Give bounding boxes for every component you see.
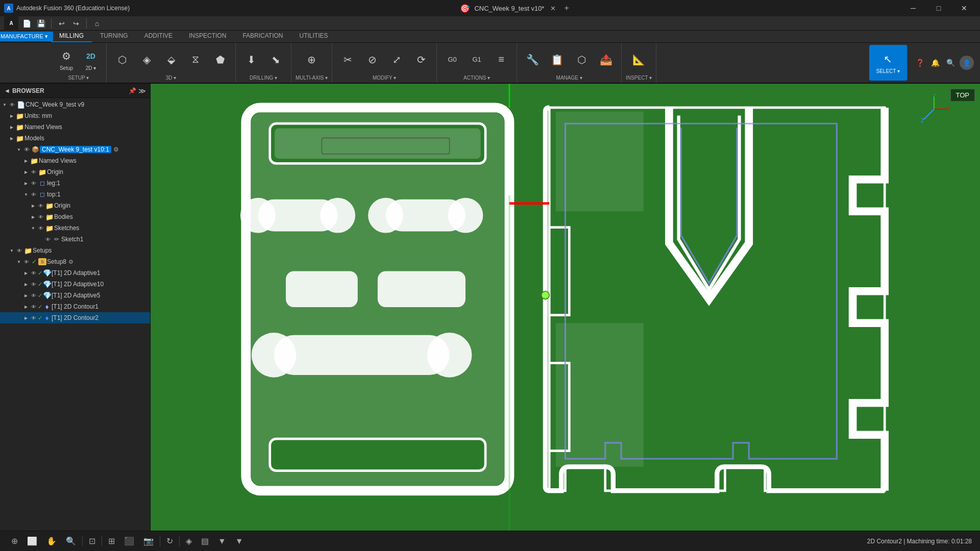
tree-item-leg1[interactable]: 👁 ◻ leg:1 [0,178,150,189]
viewport[interactable]: TOP Y X Z [151,84,980,531]
minimize-button[interactable]: ─ [901,0,925,16]
vis-bodies[interactable]: 👁 [37,213,45,221]
tree-item-adaptive10[interactable]: 👁 ✓ 💎 [T1] 2D Adaptive10 [0,279,150,290]
vis-origin[interactable]: 👁 [30,168,38,176]
app-menu-button[interactable]: A [4,16,18,31]
vp-camera[interactable]: 📷 [140,535,157,547]
tab-utilities[interactable]: UTILITIES [291,30,336,42]
3d-btn2[interactable]: ◈ [135,49,158,70]
vp-zoom-fit[interactable]: ⊡ [86,535,99,547]
manage-btn1[interactable]: 🔧 [521,49,544,70]
notification-icon[interactable]: 🔔 [929,57,941,69]
vis-sketch1[interactable]: 👁 [44,235,52,243]
expand-origin[interactable] [22,168,30,176]
tab-fabrication[interactable]: FABRICATION [234,30,291,42]
expand-adaptive10[interactable] [22,281,30,288]
user-icon[interactable]: 👤 [960,56,974,70]
2d-button[interactable]: 2D 2D ▾ [80,46,102,73]
vis-root[interactable]: 👁 [8,101,16,109]
expand-namedviews2[interactable] [22,157,30,164]
vis-setup8[interactable]: 👁 [22,258,31,266]
vp-zoom-tool[interactable]: 🔍 [63,535,79,547]
help-icon[interactable]: ❓ [914,57,926,69]
expand-bodies[interactable] [30,213,37,220]
drilling-btn1[interactable]: ⬇ [240,49,262,70]
tree-item-setup8[interactable]: 👁 ✓ S Setup8 ⚙ [0,256,150,267]
home-button[interactable]: ⌂ [91,17,103,30]
expand-adaptive5[interactable] [22,292,30,299]
tree-item-top1[interactable]: 👁 ◻ top:1 [0,189,150,200]
expand-setup8[interactable] [15,258,22,265]
tree-item-root[interactable]: 👁 📄 CNC_Week 9_test v9 [0,99,150,110]
tree-item-origin[interactable]: 👁 📁 Origin [0,166,150,178]
save-button[interactable]: 💾 [35,17,47,30]
vp-material[interactable]: ◈ [183,535,195,547]
tree-item-adaptive5[interactable]: 👁 ✓ 💎 [T1] 2D Adaptive5 [0,290,150,301]
tree-item-model1[interactable]: 👁 📦 CNC_Week 9_test v10:1 ⚙ [0,144,150,155]
tree-item-sketch1[interactable]: 👁 ✏ Sketch1 [0,234,150,245]
3d-btn3[interactable]: ⬙ [160,49,182,70]
search-icon[interactable]: 🔍 [944,57,957,69]
expand-model1[interactable] [15,146,22,153]
setup8-settings[interactable]: ⚙ [68,259,74,265]
expand-leg1[interactable] [22,180,30,187]
vis-adaptive1[interactable]: 👁 [30,269,38,277]
vis-top1[interactable]: 👁 [30,190,38,198]
tab-inspection[interactable]: INSPECTION [181,30,234,42]
actions-btn2[interactable]: G1 [465,49,488,70]
tree-item-adaptive1[interactable]: 👁 ✓ 💎 [T1] 2D Adaptive1 [0,267,150,279]
setup-button[interactable]: ⚙ Setup [55,46,78,73]
vis-contour1[interactable]: 👁 [30,303,38,311]
tree-item-namedviews[interactable]: 📁 Named Views [0,121,150,133]
tree-item-sketches[interactable]: 👁 📁 Sketches [0,222,150,234]
modify-btn4[interactable]: ⟳ [410,49,432,70]
tree-item-bodies[interactable]: 👁 📁 Bodies [0,211,150,222]
vp-display-mode[interactable]: ⬛ [121,535,137,547]
new-document-button[interactable]: 📄 [20,17,33,30]
expand-adaptive1[interactable] [22,269,30,277]
vis-adaptive10[interactable]: 👁 [30,280,38,288]
expand-units[interactable] [8,112,15,119]
vp-more[interactable]: ▼ [232,535,247,547]
expand-origin2[interactable] [30,202,37,209]
tree-item-models[interactable]: 📁 Models [0,133,150,144]
expand-contour2[interactable] [22,314,30,321]
close-tab-btn[interactable]: ✕ [548,5,558,12]
vp-box-tool[interactable]: ⬜ [24,535,40,547]
model1-settings[interactable]: ⚙ [113,146,119,153]
inspect-btn1[interactable]: 📐 [628,49,650,70]
new-tab-btn[interactable]: + [562,4,571,13]
tree-item-contour1[interactable]: 👁 ✓ ♦ [T1] 2D Contour1 [0,301,150,312]
redo-button[interactable]: ↪ [70,17,82,30]
tab-turning[interactable]: TURNING [92,30,136,42]
vp-filter[interactable]: ▼ [215,535,229,547]
vis-contour2[interactable]: 👁 [30,314,38,322]
manage-btn4[interactable]: 📤 [595,49,617,70]
expand-namedviews[interactable] [8,123,15,131]
expand-sketches[interactable] [30,224,37,232]
3d-btn1[interactable]: ⬡ [111,49,133,70]
vp-analysis[interactable]: ▤ [198,535,212,547]
vis-setups[interactable]: 👁 [15,246,23,255]
select-button[interactable]: ↖ SELECT ▾ [873,49,903,76]
vp-rotate[interactable]: ↻ [163,535,176,547]
expand-root[interactable] [1,101,8,108]
browser-expand-btn[interactable]: ≫ [138,87,146,95]
tree-item-units[interactable]: 📁 Units: mm [0,110,150,121]
tree-item-contour2[interactable]: 👁 ✓ ♦ [T1] 2D Contour2 [0,312,150,323]
tree-item-setups[interactable]: 👁 📁 Setups [0,245,150,256]
vis-origin2[interactable]: 👁 [37,202,45,210]
actions-btn3[interactable]: ≡ [490,49,512,70]
tree-item-namedviews2[interactable]: 📁 Named Views [0,155,150,166]
expand-models[interactable] [8,135,15,142]
vp-display-grid[interactable]: ⊞ [105,535,118,547]
manage-btn2[interactable]: 📋 [546,49,568,70]
close-button[interactable]: ✕ [952,0,976,16]
vis-leg1[interactable]: 👁 [30,179,38,187]
vp-select-tool[interactable]: ⊕ [8,535,21,547]
manage-btn3[interactable]: ⬡ [570,49,593,70]
vis-adaptive5[interactable]: 👁 [30,291,38,299]
3d-btn4[interactable]: ⧖ [184,49,207,70]
manufacture-button[interactable]: MANUFACTURE ▾ [0,32,53,41]
modify-btn2[interactable]: ⊘ [361,49,383,70]
